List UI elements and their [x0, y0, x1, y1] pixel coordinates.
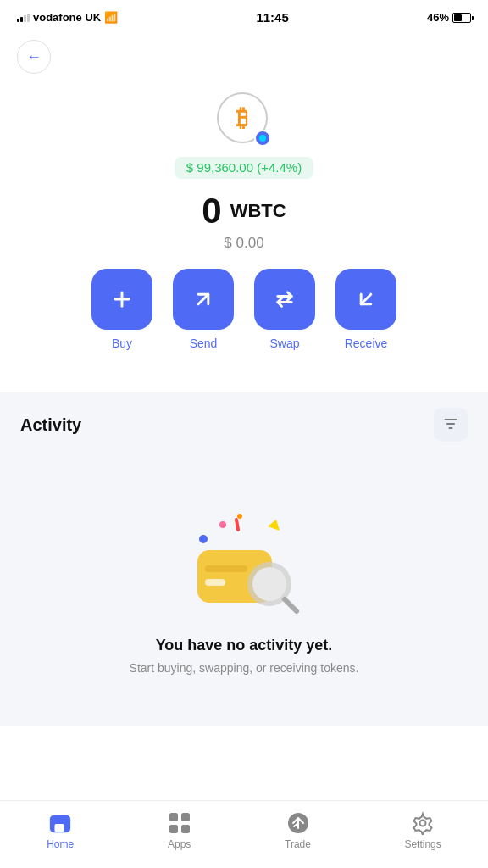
status-time: 11:45: [256, 10, 288, 25]
main-content: ← ₿ $ 99,360.00 (+4.4%) 0 WBTC $ 0.00: [0, 30, 488, 830]
section-divider: [0, 392, 488, 399]
back-arrow-icon: ←: [26, 48, 42, 66]
svg-point-18: [252, 567, 286, 601]
status-bar: vodafone UK 📶 11:45 46%: [0, 0, 488, 30]
svg-point-31: [420, 820, 426, 826]
balance-row: 0 WBTC: [202, 191, 286, 231]
send-button-wrapper: Send: [173, 269, 234, 350]
battery-icon: [452, 13, 471, 23]
buy-button-wrapper: Buy: [92, 269, 152, 350]
trade-nav-label: Trade: [285, 838, 311, 850]
swap-icon: [273, 287, 297, 311]
filter-button[interactable]: [434, 408, 468, 442]
empty-subtitle: Start buying, swapping, or receiving tok…: [130, 661, 359, 675]
home-nav-icon: [48, 811, 72, 835]
svg-point-9: [199, 535, 208, 543]
settings-nav-label: Settings: [404, 838, 441, 850]
carrier-info: vodafone UK 📶: [17, 11, 118, 24]
nav-item-home[interactable]: Home: [33, 806, 87, 855]
header: ←: [0, 30, 488, 84]
svg-line-5: [361, 294, 371, 304]
svg-rect-22: [169, 813, 178, 821]
carrier-text: vodafone UK: [33, 11, 101, 24]
buy-label: Buy: [112, 337, 132, 350]
nav-item-apps[interactable]: Apps: [154, 806, 205, 855]
token-badge-dot: [259, 135, 266, 142]
nav-item-trade[interactable]: Trade: [271, 806, 324, 855]
send-label: Send: [190, 337, 218, 350]
svg-line-2: [198, 294, 208, 304]
signal-icon: [17, 14, 30, 22]
swap-label: Swap: [269, 337, 299, 350]
svg-point-11: [237, 514, 242, 519]
filter-icon: [442, 415, 459, 435]
empty-state: You have no activity yet. Start buying, …: [20, 467, 468, 709]
trade-nav-icon: [286, 811, 310, 835]
svg-rect-24: [169, 825, 178, 833]
token-icon-wrapper: ₿: [217, 92, 271, 147]
balance-amount: 0: [202, 191, 221, 231]
buy-button[interactable]: [92, 269, 152, 330]
apps-nav-icon: [168, 811, 191, 835]
svg-marker-13: [268, 520, 280, 531]
bottom-nav: Home Apps Trade: [0, 800, 488, 868]
send-icon: [191, 287, 215, 311]
svg-rect-15: [205, 565, 247, 572]
home-nav-label: Home: [47, 838, 74, 850]
svg-rect-16: [205, 579, 225, 586]
svg-rect-12: [235, 518, 241, 531]
receive-label: Receive: [345, 337, 388, 350]
token-network-badge: [254, 130, 271, 147]
wifi-icon: 📶: [104, 11, 118, 24]
receive-button-wrapper: Receive: [336, 269, 396, 350]
price-badge: $ 99,360.00 (+4.4%): [175, 157, 313, 179]
send-button[interactable]: [173, 269, 234, 330]
receive-button[interactable]: [336, 269, 396, 330]
svg-point-10: [219, 521, 226, 528]
empty-illustration: [176, 484, 312, 620]
apps-icon: [168, 811, 191, 835]
balance-usd: $ 0.00: [224, 235, 263, 252]
action-buttons: Buy Send: [75, 269, 413, 350]
nav-item-settings[interactable]: Settings: [391, 806, 454, 855]
activity-header: Activity: [20, 408, 468, 442]
swap-button-wrapper: Swap: [254, 269, 315, 350]
balance-unit: WBTC: [230, 200, 286, 222]
settings-icon: [411, 811, 435, 835]
svg-rect-23: [181, 813, 190, 821]
plus-icon: [110, 287, 134, 311]
bitcoin-symbol-icon: ₿: [236, 104, 248, 132]
home-icon: [48, 811, 72, 835]
back-button[interactable]: ←: [17, 40, 51, 74]
settings-nav-icon: [411, 811, 435, 835]
empty-state-svg: [176, 484, 312, 620]
activity-title: Activity: [20, 415, 81, 435]
token-section: ₿ $ 99,360.00 (+4.4%) 0 WBTC $ 0.00: [0, 84, 488, 392]
receive-icon: [354, 287, 378, 311]
price-text: $ 99,360.00 (+4.4%): [186, 160, 302, 175]
trade-icon: [286, 811, 310, 835]
svg-rect-25: [181, 825, 190, 833]
battery-info: 46%: [427, 11, 471, 24]
apps-nav-label: Apps: [168, 838, 191, 850]
svg-rect-21: [55, 823, 64, 831]
swap-button[interactable]: [254, 269, 315, 330]
svg-line-19: [285, 599, 297, 611]
empty-title: You have no activity yet.: [156, 637, 333, 654]
activity-section: Activity: [0, 399, 488, 726]
battery-text: 46%: [427, 11, 449, 24]
